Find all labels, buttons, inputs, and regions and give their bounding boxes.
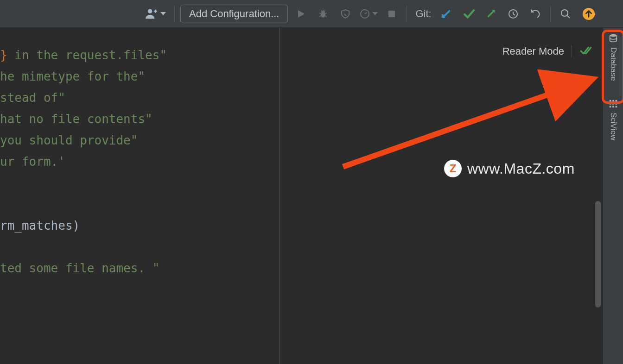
watermark-badge: Z xyxy=(444,160,462,177)
git-commit-button[interactable] xyxy=(459,5,478,23)
user-icon xyxy=(145,7,158,20)
inspection-widget[interactable] xyxy=(579,44,591,58)
svg-rect-10 xyxy=(609,100,611,102)
svg-point-7 xyxy=(561,10,568,16)
svg-point-1 xyxy=(321,11,325,18)
right-tool-strip: Database SciView xyxy=(603,28,623,364)
user-dropdown[interactable] xyxy=(142,7,169,20)
reader-mode-row: Reader Mode xyxy=(502,44,591,58)
reader-mode-label[interactable]: Reader Mode xyxy=(502,45,564,57)
run-button[interactable] xyxy=(292,5,310,23)
svg-rect-14 xyxy=(612,103,614,105)
chevron-down-icon xyxy=(372,12,378,15)
bug-icon xyxy=(318,8,329,19)
code-line: in the request.files" xyxy=(7,48,167,62)
separator xyxy=(407,6,407,22)
git-history-button[interactable] xyxy=(504,5,522,23)
git-rollback-button[interactable] xyxy=(526,5,545,23)
separator xyxy=(572,45,572,57)
double-check-icon xyxy=(579,44,591,56)
chevron-down-icon xyxy=(160,12,166,15)
separator xyxy=(550,6,551,22)
sciview-icon xyxy=(608,99,618,109)
svg-rect-11 xyxy=(612,100,614,102)
checkmark-icon xyxy=(463,8,475,20)
profile-button[interactable] xyxy=(358,5,379,23)
stop-icon xyxy=(386,8,397,19)
editor-area: } in the request.files" he mimetype for … xyxy=(0,28,603,364)
coverage-icon xyxy=(340,8,351,19)
push-arrow-icon xyxy=(485,8,497,20)
search-icon xyxy=(560,8,571,19)
svg-rect-3 xyxy=(388,11,395,17)
svg-rect-16 xyxy=(609,106,611,107)
sciview-label: SciView xyxy=(609,113,618,140)
git-label: Git: xyxy=(415,8,431,20)
code-line: ur form.' xyxy=(0,155,65,169)
code-line: hat no file contents" xyxy=(0,112,153,126)
code-line: you should provide" xyxy=(0,133,138,147)
git-update-button[interactable] xyxy=(437,5,456,23)
play-icon xyxy=(295,8,306,19)
code-line: ted some file names. " xyxy=(0,261,159,275)
svg-rect-18 xyxy=(615,106,617,107)
stop-button[interactable] xyxy=(382,5,401,23)
clock-icon xyxy=(508,8,519,19)
database-label: Database xyxy=(609,47,618,81)
code-editor-right-pane[interactable]: Reader Mode xyxy=(280,28,603,364)
svg-rect-15 xyxy=(615,103,617,105)
svg-rect-12 xyxy=(615,100,617,102)
watermark-text: www.MacZ.com xyxy=(467,160,575,177)
undo-icon xyxy=(530,8,541,19)
svg-point-9 xyxy=(610,34,617,37)
git-push-button[interactable] xyxy=(482,5,500,23)
debug-button[interactable] xyxy=(314,5,332,23)
search-everywhere-button[interactable] xyxy=(556,5,575,23)
code-brace: } xyxy=(0,48,7,62)
update-arrow-icon xyxy=(440,8,452,20)
scrollbar-thumb[interactable] xyxy=(595,201,601,308)
add-configuration-button[interactable]: Add Configuration... xyxy=(180,5,288,23)
svg-point-0 xyxy=(148,9,152,13)
svg-rect-13 xyxy=(609,103,611,105)
svg-rect-17 xyxy=(612,106,614,107)
coverage-button[interactable] xyxy=(336,5,355,23)
code-line: rm_matches) xyxy=(0,219,80,232)
toolbar: Add Configuration... Git: xyxy=(0,0,623,28)
separator xyxy=(174,6,175,22)
code-line: stead of" xyxy=(0,91,65,105)
update-badge-icon xyxy=(582,7,596,21)
watermark: Z www.MacZ.com xyxy=(444,160,575,177)
sciview-tool-window-button[interactable]: SciView xyxy=(608,99,618,140)
code-line: he mimetype for the" xyxy=(0,69,145,83)
ide-update-button[interactable] xyxy=(579,5,598,23)
code-editor-left-pane[interactable]: } in the request.files" he mimetype for … xyxy=(0,28,280,364)
database-icon xyxy=(608,33,618,44)
profile-icon xyxy=(359,8,370,19)
database-tool-window-button[interactable]: Database xyxy=(608,33,618,81)
